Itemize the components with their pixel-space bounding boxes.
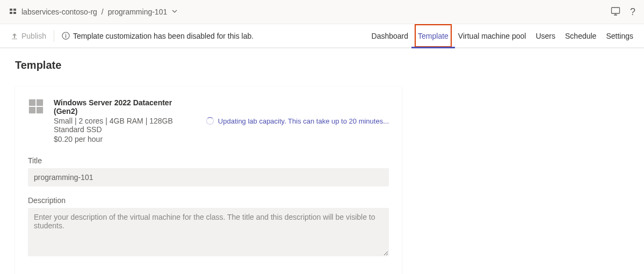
- help-icon[interactable]: ?: [630, 6, 635, 18]
- description-input[interactable]: [28, 208, 389, 256]
- vm-name: Windows Server 2022 Datacenter (Gen2): [54, 98, 197, 116]
- tab-users[interactable]: Users: [536, 24, 555, 47]
- nav-tabs: Dashboard Template Virtual machine pool …: [372, 24, 633, 47]
- template-card: Windows Server 2022 Datacenter (Gen2) Sm…: [15, 86, 402, 274]
- vm-spec: Small | 2 cores | 4GB RAM | 128GB Standa…: [54, 117, 197, 134]
- svg-rect-6: [29, 107, 35, 113]
- breadcrumb-parent[interactable]: labservices-contoso-rg: [21, 8, 97, 16]
- title-field: Title: [28, 156, 389, 186]
- vm-cost: $0.20 per hour: [54, 135, 197, 143]
- command-bar-left: Publish Template customization has been …: [11, 30, 254, 42]
- tab-virtual-machine-pool[interactable]: Virtual machine pool: [458, 24, 526, 47]
- command-bar: Publish Template customization has been …: [0, 24, 644, 48]
- title-label: Title: [28, 156, 389, 165]
- publish-button[interactable]: Publish: [11, 32, 46, 40]
- chevron-down-icon: [169, 8, 178, 16]
- info-icon: [62, 32, 70, 40]
- breadcrumb: labservices-contoso-rg / programming-101: [9, 7, 178, 17]
- svg-rect-7: [37, 107, 43, 113]
- svg-rect-0: [611, 8, 619, 13]
- status-message: Updating lab capacity. This can take up …: [206, 98, 389, 143]
- top-bar-actions: ?: [611, 6, 635, 18]
- description-field: Description: [28, 196, 389, 258]
- tab-schedule[interactable]: Schedule: [565, 24, 596, 47]
- upload-icon: [11, 32, 18, 40]
- vm-header: Windows Server 2022 Datacenter (Gen2) Sm…: [28, 98, 389, 143]
- tab-dashboard[interactable]: Dashboard: [372, 24, 409, 47]
- vm-info: Windows Server 2022 Datacenter (Gen2) Sm…: [54, 98, 197, 143]
- svg-rect-5: [37, 99, 43, 106]
- svg-point-2: [66, 34, 67, 35]
- resource-group-icon: [9, 7, 17, 17]
- tab-template[interactable]: Template: [415, 24, 452, 47]
- breadcrumb-separator: /: [102, 8, 104, 16]
- svg-rect-4: [29, 99, 35, 106]
- page-title: Template: [15, 59, 629, 71]
- separator: [54, 30, 54, 42]
- page-content: Template Windows Server 2022 Datacenter …: [0, 48, 644, 274]
- description-label: Description: [28, 196, 389, 205]
- tab-settings[interactable]: Settings: [606, 24, 633, 47]
- svg-rect-3: [66, 35, 66, 38]
- info-message: Template customization has been disabled…: [62, 32, 254, 40]
- monitor-icon[interactable]: [611, 6, 620, 18]
- breadcrumb-current[interactable]: programming-101: [108, 8, 178, 16]
- title-input[interactable]: [28, 168, 389, 186]
- spinner-icon: [206, 117, 214, 125]
- top-bar: labservices-contoso-rg / programming-101…: [0, 0, 644, 24]
- windows-icon: [28, 98, 44, 143]
